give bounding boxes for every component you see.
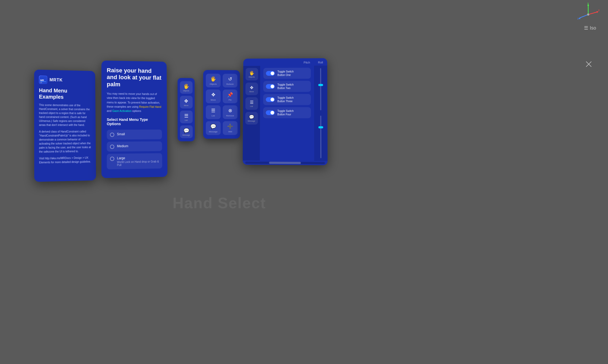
med-refresh-icon: ↺ [228,76,232,82]
toggle-label-2: Toggle SwitchButton Two [277,83,294,90]
pitch-label: Pitch [304,61,310,64]
large-move-label: Move [249,91,254,92]
large-list-icon: ☰ [250,100,253,105]
card-raise-hand: Raise your hand and look at your flat pa… [101,60,167,178]
radio-option-large[interactable]: Large World Lock on Hand drop or Grab & … [107,153,162,169]
med-pin-label: Pin [229,99,232,101]
large-message-label: Message [248,120,255,122]
toggle-row-1[interactable]: Toggle SwitchButton One [263,68,311,79]
med-list-label: List [212,115,215,117]
large-btn-move[interactable]: ✥ Move [245,83,258,95]
highlight-gaze: Gaze Activation [112,109,131,112]
card-info-desc3: Visit http://aka.ms/MRDocs > Design > UX… [39,156,91,164]
large-message-icon: 💬 [249,115,254,120]
radio-option-medium[interactable]: Medium [107,141,162,152]
roll-slider[interactable] [320,116,321,158]
card-large-panel: Pitch Roll 🖐 Objects ✥ Move ☰ List � [243,58,328,165]
large-btn-list[interactable]: ☰ List [245,97,258,110]
mrtk-label: MRTK [50,78,63,83]
raise-description: You may need to move your hands out of v… [107,92,162,113]
iso-label: ☰ Iso [584,25,596,31]
toggle-label-1: Toggle SwitchButton One [277,70,293,77]
med-list-icon: ☰ [211,108,215,114]
radio-medium-circle [110,144,114,149]
med-remove-label: Remove [226,114,234,117]
toggle-switch-4[interactable] [266,110,275,115]
med-btn-remove[interactable]: ⊗ Remove [223,105,238,119]
toggle-switch-1[interactable] [266,71,275,76]
scrollbar-thumb[interactable] [269,162,301,164]
iso-text: Iso [590,25,596,31]
toggle-row-3[interactable]: Toggle SwitchButton Three [263,94,311,105]
scrollbar-track [245,162,325,164]
objects-label: Objects [183,90,189,92]
large-list-label: List [250,105,253,107]
svg-text:z: z [577,17,579,20]
med-refresh-label: Refresh [226,83,234,85]
large-btn-objects[interactable]: 🖐 Objects [245,68,258,81]
med-btn-add[interactable]: ➕ Add [223,121,238,135]
list-label: List [185,119,188,121]
pitch-slider[interactable] [320,68,321,110]
svg-line-4 [580,15,588,18]
med-move-label: Move [211,98,216,101]
med-btn-list[interactable]: ☰ List [206,105,221,119]
radio-large-label: Large [117,156,159,160]
raise-title: Raise your hand and look at your flat pa… [107,67,162,88]
move-label: Move [184,105,188,106]
toggle-list: Toggle SwitchButton One Toggle SwitchBut… [260,65,314,161]
small-menu-message[interactable]: 💬 Message [180,125,193,138]
small-menu-move[interactable]: ✥ Move [180,96,192,108]
radio-option-small[interactable]: Small [107,129,162,139]
hamburger-icon: ☰ [584,25,588,31]
svg-point-6 [587,13,589,16]
move-icon: ✥ [184,98,188,104]
card-large-header: Pitch Roll [243,58,327,66]
svg-text:x: x [598,9,600,12]
svg-line-2 [588,12,597,15]
card-small-menu: 🖐 Objects ✥ Move ☰ List 💬 Message [178,78,195,141]
objects-icon: 🖐 [183,83,189,89]
med-btn-pin[interactable]: 📌 Pin [223,89,238,103]
svg-text:TK: TK [40,82,42,83]
toggle-switch-3[interactable] [266,97,275,102]
toggle-label-4: Toggle SwitchButton Four [277,109,294,116]
large-btn-message[interactable]: 💬 Message [245,112,258,125]
hand-select-background-text: Hand Select [173,194,266,212]
med-pin-icon: 📌 [227,92,233,98]
close-button[interactable] [584,59,593,69]
logo-row: MR TK MRTK [39,75,91,85]
small-menu-objects[interactable]: 🖐 Objects [180,81,192,94]
select-options-title: Select Hand Menu Type Options [107,117,162,126]
toggle-row-2[interactable]: Toggle SwitchButton Two [263,81,311,92]
toggle-label-3: Toggle SwitchButton Three [277,96,294,103]
pitch-thumb[interactable] [318,84,323,86]
med-btn-move[interactable]: ✥ Move [206,89,221,103]
mrtk-logo: MR TK [39,75,47,84]
roll-label: Roll [318,61,323,64]
med-message-label: Message [209,130,218,133]
gizmo-svg: y x z [576,3,600,26]
small-menu-list[interactable]: ☰ List [180,111,193,123]
list-icon: ☰ [184,113,188,119]
med-btn-refresh[interactable]: ↺ Refresh [223,74,238,87]
large-objects-label: Objects [249,76,255,78]
card-info-desc2: A derived class of HandConstraint called… [39,130,91,154]
highlight-flat-hand: Require Flat Hand [139,105,161,108]
radio-medium-label: Medium [117,144,128,148]
toggle-row-4[interactable]: Toggle SwitchButton Four [263,107,311,118]
message-label: Message [183,134,190,136]
med-message-icon: 💬 [210,124,216,129]
roll-thumb[interactable] [319,126,323,128]
med-btn-message[interactable]: 💬 Message [206,121,221,135]
card-info-desc1: This scene demonstrates use of the HandC… [39,103,91,127]
large-main-content: 🖐 Objects ✥ Move ☰ List 💬 Message [243,65,328,161]
large-objects-icon: 🖐 [249,70,254,75]
med-remove-icon: ⊗ [228,107,232,113]
radio-large-circle [110,157,114,161]
toggle-switch-2[interactable] [266,84,275,89]
med-objects-label: Objects [210,83,217,85]
med-btn-objects[interactable]: 🖐 Objects [206,74,221,87]
message-icon: 💬 [183,128,189,134]
med-move-icon: ✥ [211,92,215,98]
